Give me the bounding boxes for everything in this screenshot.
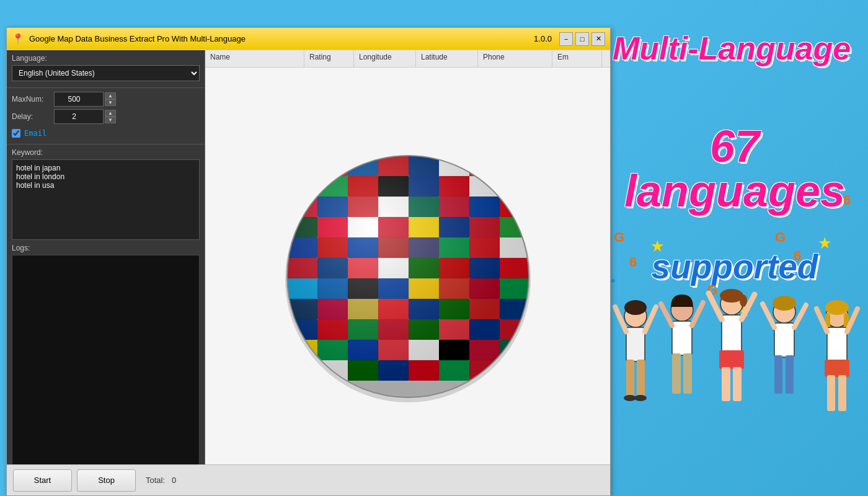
svg-rect-130 xyxy=(500,360,530,381)
delay-row: Delay: ▲ ▼ xyxy=(12,109,200,124)
svg-rect-30 xyxy=(786,355,794,394)
maxnum-section: MaxNum: ▲ ▼ Delay: ▲ ▼ xyxy=(7,88,205,144)
svg-line-11 xyxy=(661,304,672,326)
svg-rect-26 xyxy=(774,323,794,357)
app-window: 📍 Google Map Data Business Extract Pro W… xyxy=(6,27,611,496)
logs-section: Logs: xyxy=(7,240,205,495)
people-illustration xyxy=(601,267,868,496)
logs-area xyxy=(12,255,200,490)
svg-rect-13 xyxy=(672,353,681,394)
confetti-item: 6 xyxy=(794,248,801,264)
svg-rect-49 xyxy=(469,156,500,176)
svg-rect-5 xyxy=(626,360,634,397)
svg-rect-39 xyxy=(827,375,835,411)
keyword-label: Keyword: xyxy=(7,144,205,159)
svg-rect-29 xyxy=(774,355,782,394)
svg-line-12 xyxy=(692,303,703,326)
confetti-item: G xyxy=(775,229,786,246)
col-name: Name xyxy=(205,50,304,67)
svg-point-148 xyxy=(287,156,529,397)
svg-rect-44 xyxy=(317,156,348,176)
total-label: Total: 0 xyxy=(146,476,176,485)
col-rating: Rating xyxy=(304,50,354,67)
svg-rect-123 xyxy=(287,360,317,381)
delay-up-btn[interactable]: ▲ xyxy=(105,110,116,117)
grid-header: Name Rating Longitude Latitude Phone Em xyxy=(205,50,610,68)
language-section: Language: English (United States) French… xyxy=(7,50,205,88)
confetti-item: 6 xyxy=(843,192,851,208)
delay-input[interactable] xyxy=(54,109,104,124)
svg-rect-23 xyxy=(733,367,742,401)
confetti-item: ★ xyxy=(651,239,663,255)
confetti-item: ★ xyxy=(818,236,831,252)
svg-rect-43 xyxy=(287,156,317,176)
left-panel: Language: English (United States) French… xyxy=(7,50,205,495)
maxnum-down-btn[interactable]: ▼ xyxy=(105,99,116,106)
col-phone: Phone xyxy=(478,50,552,67)
maxnum-spinners: ▲ ▼ xyxy=(105,92,116,106)
language-select[interactable]: English (United States) French Spanish G… xyxy=(12,65,200,81)
maxnum-row: MaxNum: ▲ ▼ xyxy=(12,92,200,107)
svg-line-19 xyxy=(709,293,722,319)
stop-button[interactable]: Stop xyxy=(77,469,136,492)
col-longitude: Longitude xyxy=(354,50,416,67)
title-bar: 📍 Google Map Data Business Extract Pro W… xyxy=(7,28,610,50)
keyword-textarea[interactable]: hotel in japan hotel in london hotel in … xyxy=(12,159,200,240)
maxnum-input[interactable] xyxy=(54,92,104,107)
close-button[interactable]: ✕ xyxy=(591,32,605,46)
svg-point-1 xyxy=(624,300,647,315)
minimize-button[interactable]: − xyxy=(559,32,573,46)
email-label: Email xyxy=(24,129,46,138)
delay-down-btn[interactable]: ▼ xyxy=(105,117,116,123)
email-checkbox-row: Email xyxy=(12,126,200,140)
svg-rect-14 xyxy=(683,353,692,394)
delay-label: Delay: xyxy=(12,112,49,121)
svg-rect-51 xyxy=(287,176,317,197)
svg-rect-2 xyxy=(626,327,645,361)
svg-rect-58 xyxy=(500,176,530,197)
window-title: Google Map Data Business Extract Pro Wit… xyxy=(29,34,534,43)
promo-banner: Multi-Language 67 languages supported G … xyxy=(601,0,868,496)
email-checkbox[interactable] xyxy=(12,129,20,138)
svg-point-25 xyxy=(773,296,796,311)
svg-rect-21 xyxy=(719,350,744,369)
promo-multilang-text: Multi-Language xyxy=(608,31,856,66)
confetti-item: G xyxy=(614,229,624,246)
language-label: Language: xyxy=(12,54,200,63)
maxnum-up-btn[interactable]: ▲ xyxy=(105,92,116,99)
total-value: 0 xyxy=(172,476,176,485)
svg-rect-40 xyxy=(838,375,846,411)
window-version: 1.0.0 xyxy=(534,34,552,43)
svg-rect-35 xyxy=(827,327,847,361)
globe-svg xyxy=(278,146,538,407)
svg-rect-38 xyxy=(825,360,849,377)
globe-area xyxy=(205,68,610,485)
svg-point-8 xyxy=(634,395,647,401)
maximize-button[interactable]: □ xyxy=(575,32,589,46)
app-icon: 📍 xyxy=(12,33,24,45)
svg-rect-22 xyxy=(722,367,730,401)
promo-67-text: 67 languages xyxy=(608,124,862,213)
col-latitude: Latitude xyxy=(416,50,478,67)
svg-rect-10 xyxy=(672,321,692,355)
maxnum-label: MaxNum: xyxy=(12,95,49,104)
svg-rect-6 xyxy=(637,360,645,397)
svg-line-27 xyxy=(763,304,774,327)
svg-rect-50 xyxy=(500,156,530,176)
col-email: Em xyxy=(552,50,602,67)
bottom-bar: Start Stop Total: 0 xyxy=(7,464,610,495)
svg-point-32 xyxy=(825,300,849,315)
app-content: Language: English (United States) French… xyxy=(7,50,610,495)
language-row: English (United States) French Spanish G… xyxy=(12,65,200,81)
svg-line-28 xyxy=(794,305,806,327)
delay-spinners: ▲ ▼ xyxy=(105,110,116,123)
logs-label: Logs: xyxy=(7,240,205,255)
start-button[interactable]: Start xyxy=(13,469,72,492)
keyword-section: Keyword: hotel in japan hotel in london … xyxy=(7,144,205,240)
right-panel: Name Rating Longitude Latitude Phone Em xyxy=(205,50,610,495)
svg-rect-18 xyxy=(722,315,742,352)
window-controls: − □ ✕ xyxy=(559,32,605,46)
